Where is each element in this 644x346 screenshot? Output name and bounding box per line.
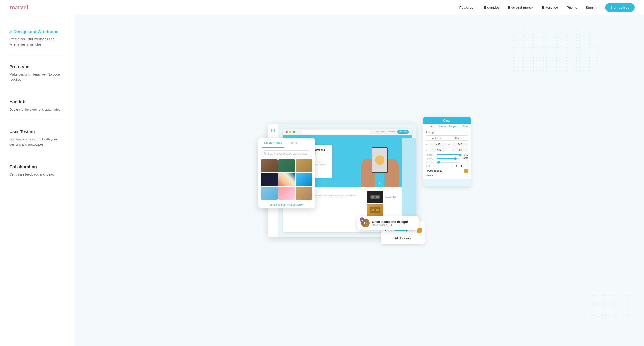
page-body: Design and Wireframe Create beautiful in… bbox=[0, 15, 644, 346]
stock-tabs: Stock Photos Icons bbox=[258, 138, 315, 148]
design-panel-accent bbox=[423, 179, 470, 187]
enterprise-link[interactable]: Enterprise bbox=[542, 6, 558, 10]
text-underline-icon[interactable]: U bbox=[459, 165, 463, 167]
design-panel: Clear Unsaved changes Save Arrange 8 Act… bbox=[423, 117, 470, 187]
svg-point-10 bbox=[371, 209, 374, 212]
blog-chevron-icon: ▾ bbox=[532, 6, 534, 9]
stock-search[interactable]: 🔍 Search over 200,000 stock photos bbox=[261, 150, 312, 157]
comment-avatar-wrapper: D 1 bbox=[361, 219, 370, 227]
actions-tab[interactable]: Actions bbox=[426, 135, 447, 141]
browser-url-bar[interactable] bbox=[302, 130, 370, 134]
cardboard-image bbox=[367, 204, 383, 216]
main-content: Clear Unsaved changes Save Arrange 8 Act… bbox=[76, 15, 644, 346]
browser-nav-main: Main bbox=[381, 131, 385, 133]
svg-point-8 bbox=[376, 196, 379, 199]
stock-cell-4[interactable] bbox=[261, 173, 278, 186]
design-panel-unsaved: Unsaved changes Save bbox=[423, 124, 470, 129]
comment-author: Dean Francis - 2h bbox=[372, 224, 408, 226]
sidebar-item-title-prototype[interactable]: Prototype bbox=[10, 64, 66, 69]
cards-container: Clear Unsaved changes Save Arrange 8 Act… bbox=[254, 112, 466, 249]
logo[interactable]: marvel bbox=[10, 3, 31, 12]
signin-link[interactable]: Sign in bbox=[586, 6, 596, 10]
rotation-slider[interactable] bbox=[436, 154, 460, 155]
features-link[interactable]: Features ▾ bbox=[459, 6, 476, 10]
stock-panel: Stock Photos Icons 🔍 Search over 200,000… bbox=[258, 138, 315, 208]
sidebar-item-title-design[interactable]: Design and Wireframe bbox=[10, 29, 66, 34]
sidebar-item-handoff[interactable]: Handoff Design to development, automated bbox=[10, 91, 66, 112]
stock-cell-7[interactable] bbox=[261, 187, 278, 200]
search-icon: 🔍 bbox=[264, 152, 266, 155]
sidebar-item-desc-design: Create beautiful interfaces and wirefram… bbox=[10, 37, 66, 47]
text-italic-icon[interactable]: I bbox=[454, 165, 458, 167]
scroll-icon: ∨ bbox=[378, 181, 381, 185]
svg-text:marvel: marvel bbox=[10, 4, 28, 11]
opacity-slider[interactable] bbox=[436, 158, 460, 159]
design-panel-action-tabs: Actions Align bbox=[426, 135, 468, 141]
sayhello-button[interactable]: Say hello bbox=[397, 130, 409, 134]
upload-link[interactable]: or upload from your computer bbox=[258, 201, 315, 208]
design-panel-arrange: Arrange 8 Actions Align X 456 W bbox=[423, 129, 470, 179]
text-bold-icon[interactable]: T bbox=[450, 165, 454, 167]
blog-link[interactable]: Blog and more ▾ bbox=[508, 6, 534, 10]
text-align-left-icon[interactable]: ≡ bbox=[436, 165, 440, 167]
stock-photos-tab[interactable]: Stock Photos bbox=[262, 138, 284, 148]
text-align-right-icon[interactable]: ≡ bbox=[446, 165, 449, 167]
tool-rectangle[interactable] bbox=[270, 128, 276, 133]
pricing-link[interactable]: Pricing bbox=[566, 6, 577, 10]
stock-cell-1[interactable] bbox=[261, 159, 278, 172]
stock-cell-2[interactable] bbox=[278, 159, 295, 172]
browser-nav-links: and Main Transition Say hello bbox=[376, 130, 409, 134]
w-field: W 145 bbox=[448, 142, 468, 146]
stock-cell-5[interactable] bbox=[278, 173, 295, 186]
browser-dot-red bbox=[286, 131, 288, 133]
features-chevron-icon: ▾ bbox=[474, 6, 476, 9]
sidebar-item-collaboration[interactable]: Collaboration Centralise feedback and id… bbox=[10, 156, 66, 177]
x-field: X 456 bbox=[426, 142, 446, 146]
comment-badge: 1 bbox=[360, 217, 364, 222]
sidebar-item-desc-handoff: Design to development, automated bbox=[10, 107, 66, 112]
stock-cell-3[interactable] bbox=[296, 159, 312, 172]
sidebar-item-desc-collaboration: Centralise feedback and ideas bbox=[10, 172, 66, 177]
browser-bar: and Main Transition Say hello bbox=[283, 129, 412, 135]
dot-pattern-2 bbox=[588, 294, 634, 322]
browser-dot-green bbox=[293, 131, 295, 133]
comment-message: Great layout and design! bbox=[372, 220, 408, 224]
svg-point-7 bbox=[371, 196, 374, 199]
sidebar-item-prototype[interactable]: Prototype Make designs interactive. No c… bbox=[10, 56, 66, 82]
svg-rect-9 bbox=[370, 207, 380, 213]
design-panel-header[interactable]: Clear bbox=[423, 117, 470, 124]
stock-grid bbox=[258, 159, 315, 201]
text-align-center-icon[interactable]: ≡ bbox=[441, 165, 445, 167]
sidebar-item-title-user-testing[interactable]: User Testing bbox=[10, 129, 66, 134]
headset-image bbox=[367, 191, 383, 203]
radius-slider[interactable] bbox=[436, 162, 460, 163]
sidebar-item-title-handoff[interactable]: Handoff bbox=[10, 100, 66, 105]
sidebar-item-user-testing[interactable]: User Testing See how users interact with… bbox=[10, 121, 66, 147]
sidebar: Design and Wireframe Create beautiful in… bbox=[0, 15, 76, 346]
font-color-swatch[interactable] bbox=[464, 169, 468, 173]
font-style-row: Normal 10 bbox=[426, 174, 468, 177]
stock-cell-8[interactable] bbox=[278, 187, 295, 200]
radius-row: Radius 5 bbox=[426, 161, 468, 163]
navbar: marvel Features ▾ Examples Blog and more… bbox=[0, 0, 644, 15]
examples-link[interactable]: Examples bbox=[484, 6, 500, 10]
svg-point-11 bbox=[376, 209, 379, 212]
align-tab[interactable]: Align bbox=[447, 135, 468, 141]
sidebar-item-title-collaboration[interactable]: Collaboration bbox=[10, 164, 66, 169]
add-to-library-button[interactable]: Add to library bbox=[384, 235, 422, 242]
sidebar-item-desc-prototype: Make designs interactive. No code requir… bbox=[10, 72, 66, 82]
phone-device bbox=[372, 147, 388, 173]
nav-links: Features ▾ Examples Blog and more ▾ Ente… bbox=[459, 3, 634, 12]
phone-screen bbox=[372, 148, 387, 172]
browser-dot-yellow bbox=[290, 131, 291, 133]
sidebar-item-design[interactable]: Design and Wireframe Create beautiful in… bbox=[10, 29, 66, 47]
opacity-row: Opacity 80% bbox=[426, 157, 468, 160]
stock-cell-9[interactable] bbox=[296, 187, 312, 200]
signup-button[interactable]: Sign up free bbox=[605, 3, 634, 12]
stock-cell-6[interactable] bbox=[296, 173, 312, 186]
xy-row: X 456 W 145 bbox=[426, 142, 468, 146]
icons-tab[interactable]: Icons bbox=[288, 138, 299, 148]
browser-nav-and: and bbox=[376, 131, 379, 133]
sidebar-item-desc-user-testing: See how users interact with your designs… bbox=[10, 137, 66, 147]
dot-pattern-1 bbox=[512, 29, 597, 76]
